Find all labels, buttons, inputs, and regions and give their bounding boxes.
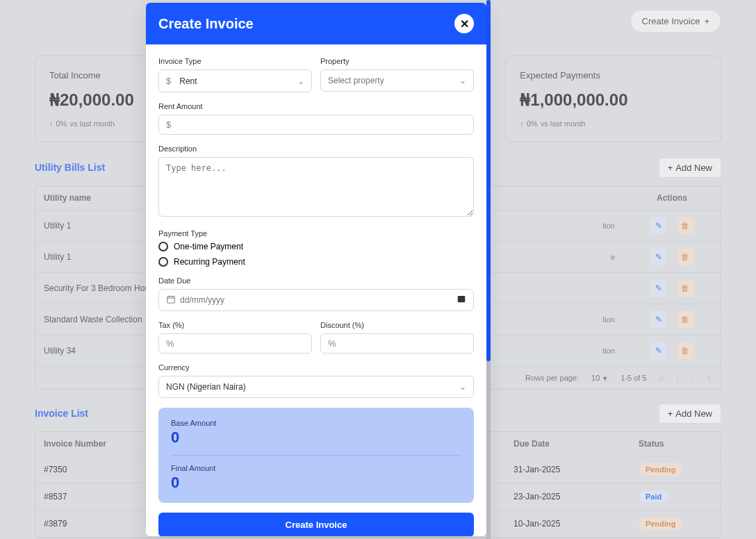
one-time-radio[interactable]: One-time Payment bbox=[158, 242, 474, 251]
description-textarea[interactable] bbox=[158, 157, 474, 217]
currency-select[interactable]: NGN (Nigerian Naira) ⌄ bbox=[158, 376, 474, 398]
tax-input[interactable] bbox=[179, 339, 304, 349]
discount-input[interactable] bbox=[340, 339, 466, 349]
selected-value: Rent bbox=[179, 76, 197, 86]
svg-rect-0 bbox=[167, 296, 175, 302]
discount-label: Discount (%) bbox=[320, 321, 474, 329]
selected-value: NGN (Nigerian Naira) bbox=[166, 382, 246, 392]
rent-amount-input[interactable] bbox=[175, 120, 466, 130]
date-due-input[interactable] bbox=[180, 295, 457, 305]
final-amount-label: Final Amount bbox=[171, 464, 461, 472]
create-invoice-submit-button[interactable]: Create Invoice bbox=[158, 513, 474, 536]
invoice-type-label: Invoice Type bbox=[158, 57, 312, 65]
selected-value: Select property bbox=[328, 76, 384, 85]
modal-header: Create Invoice ✕ bbox=[146, 3, 486, 44]
base-amount-label: Base Amount bbox=[171, 419, 461, 427]
modal-scrollbar-thumb[interactable] bbox=[486, 0, 491, 361]
final-amount-value: 0 bbox=[171, 474, 461, 492]
chevron-down-icon: ⌄ bbox=[459, 76, 466, 85]
date-due-label: Date Due bbox=[158, 276, 474, 285]
create-invoice-modal: Create Invoice ✕ Invoice Type $ Rent ⌄ P… bbox=[146, 3, 486, 536]
chevron-down-icon: ⌄ bbox=[459, 382, 466, 392]
recurring-radio[interactable]: Recurring Payment bbox=[158, 257, 474, 267]
radio-icon bbox=[158, 242, 168, 251]
invoice-type-select[interactable]: $ Rent ⌄ bbox=[158, 69, 312, 92]
rent-amount-input-wrap[interactable]: $ bbox=[158, 115, 474, 135]
currency-label: Currency bbox=[158, 363, 474, 372]
radio-label: One-time Payment bbox=[174, 242, 243, 251]
date-picker-icon[interactable] bbox=[457, 294, 466, 306]
dollar-icon: $ bbox=[166, 76, 171, 86]
radio-icon bbox=[158, 257, 168, 267]
amount-summary: Base Amount 0 Final Amount 0 bbox=[158, 408, 474, 503]
radio-label: Recurring Payment bbox=[174, 257, 245, 267]
payment-type-label: Payment Type bbox=[158, 229, 474, 238]
chevron-down-icon: ⌄ bbox=[297, 76, 304, 86]
rent-amount-label: Rent Amount bbox=[158, 102, 474, 110]
property-label: Property bbox=[320, 57, 474, 65]
base-amount-value: 0 bbox=[171, 429, 461, 447]
percent-icon: % bbox=[166, 338, 174, 349]
calendar-icon bbox=[166, 295, 176, 306]
description-label: Description bbox=[158, 144, 474, 153]
modal-title: Create Invoice bbox=[158, 16, 254, 32]
modal-scrollbar-track[interactable] bbox=[486, 0, 491, 539]
modal-body: Invoice Type $ Rent ⌄ Property Select pr… bbox=[146, 44, 486, 536]
close-icon: ✕ bbox=[460, 17, 469, 31]
dollar-icon: $ bbox=[166, 119, 171, 130]
discount-input-wrap[interactable]: % bbox=[320, 333, 474, 354]
tax-label: Tax (%) bbox=[158, 321, 312, 329]
percent-icon: % bbox=[328, 338, 336, 349]
tax-input-wrap[interactable]: % bbox=[158, 333, 312, 354]
close-button[interactable]: ✕ bbox=[454, 14, 474, 33]
date-due-input-wrap[interactable] bbox=[158, 289, 474, 311]
property-select[interactable]: Select property ⌄ bbox=[320, 69, 474, 92]
svg-rect-1 bbox=[458, 296, 466, 302]
